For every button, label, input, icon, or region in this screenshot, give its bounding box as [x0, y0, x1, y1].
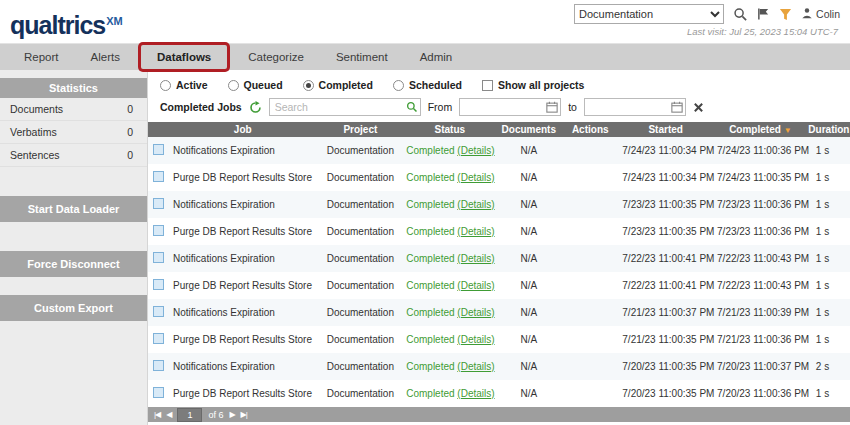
project-name: Documentation — [316, 353, 404, 380]
col-status[interactable]: Status — [404, 122, 495, 137]
checkbox-box[interactable] — [482, 80, 493, 91]
page-count: of 6 — [208, 410, 223, 420]
duration: 1 s — [808, 164, 850, 191]
row-checkbox[interactable] — [153, 198, 164, 209]
filter-funnel-icon[interactable] — [779, 8, 792, 21]
details-link[interactable]: (Details) — [457, 253, 494, 264]
row-checkbox[interactable] — [153, 387, 164, 398]
row-checkbox[interactable] — [153, 306, 164, 317]
radio-label: Completed — [319, 79, 373, 91]
radio-queued[interactable]: Queued — [228, 79, 283, 91]
jobs-search-input[interactable] — [269, 98, 421, 116]
sort-desc-icon: ▼ — [784, 126, 792, 135]
row-checkbox[interactable] — [153, 360, 164, 371]
project-name: Documentation — [316, 218, 404, 245]
col-actions[interactable]: Actions — [562, 122, 618, 137]
main-panel: ActiveQueuedCompletedScheduled Show all … — [148, 70, 850, 425]
details-link[interactable]: (Details) — [457, 199, 494, 210]
last-page-button[interactable]: ▶| — [241, 411, 247, 419]
col-completed[interactable]: Completed▼ — [713, 122, 808, 137]
calendar-icon[interactable] — [546, 101, 558, 113]
actions-cell — [562, 137, 618, 164]
job-name: Notifications Expiration — [169, 299, 316, 326]
radio-scheduled[interactable]: Scheduled — [393, 79, 462, 91]
jobs-table-body: Notifications Expiration Documentation C… — [148, 137, 850, 407]
duration: 1 s — [808, 299, 850, 326]
documents-count: N/A — [495, 137, 562, 164]
duration: 1 s — [808, 218, 850, 245]
actions-cell — [562, 218, 618, 245]
col-completed-label: Completed — [729, 124, 781, 135]
col-documents[interactable]: Documents — [495, 122, 562, 137]
radio-circle[interactable] — [160, 80, 171, 91]
statistics-header: Statistics — [0, 78, 147, 98]
clear-dates-icon[interactable] — [693, 102, 704, 113]
job-name: Purge DB Report Results Store — [169, 218, 316, 245]
tab-report[interactable]: Report — [8, 44, 75, 70]
row-checkbox[interactable] — [153, 333, 164, 344]
start-data-loader-button[interactable]: Start Data Loader — [0, 196, 147, 222]
radio-circle[interactable] — [393, 80, 404, 91]
first-page-button[interactable]: |◀ — [154, 411, 160, 419]
col-duration[interactable]: Duration — [808, 122, 850, 137]
radio-active[interactable]: Active — [160, 79, 208, 91]
status-cell: Completed (Details) — [404, 245, 495, 272]
actions-cell — [562, 380, 618, 407]
radio-circle[interactable] — [228, 80, 239, 91]
next-page-button[interactable]: ▶ — [229, 411, 234, 419]
project-name: Documentation — [316, 191, 404, 218]
search-icon[interactable] — [733, 7, 748, 22]
duration: 1 s — [808, 326, 850, 353]
col-project[interactable]: Project — [316, 122, 404, 137]
details-link[interactable]: (Details) — [457, 361, 494, 372]
tab-sentiment[interactable]: Sentiment — [320, 44, 404, 70]
project-name: Documentation — [316, 245, 404, 272]
calendar-icon[interactable] — [671, 101, 683, 113]
radio-completed[interactable]: Completed — [303, 79, 373, 91]
stat-value: 0 — [127, 149, 133, 161]
content-area: Statistics Documents 0 Verbatims 0 Sente… — [0, 70, 850, 425]
row-checkbox[interactable] — [153, 144, 164, 155]
status-badge: Completed — [406, 388, 454, 399]
user-menu[interactable]: Colin — [801, 7, 840, 21]
details-link[interactable]: (Details) — [457, 334, 494, 345]
duration: 1 s — [808, 272, 850, 299]
project-name: Documentation — [316, 326, 404, 353]
col-job[interactable]: Job — [169, 122, 316, 137]
header-right: Documentation Colin Last visit: Jul 25, … — [574, 4, 840, 37]
details-link[interactable]: (Details) — [457, 307, 494, 318]
tab-admin[interactable]: Admin — [404, 44, 469, 70]
table-row: Notifications Expiration Documentation C… — [148, 353, 850, 380]
documents-count: N/A — [495, 191, 562, 218]
prev-page-button[interactable]: ◀ — [166, 411, 171, 419]
details-link[interactable]: (Details) — [457, 226, 494, 237]
row-checkbox[interactable] — [153, 252, 164, 263]
job-name: Purge DB Report Results Store — [169, 380, 316, 407]
details-link[interactable]: (Details) — [457, 172, 494, 183]
details-link[interactable]: (Details) — [457, 280, 494, 291]
tab-alerts[interactable]: Alerts — [75, 44, 136, 70]
completed-time: 7/20/23 11:00:37 PM — [713, 353, 808, 380]
row-checkbox[interactable] — [153, 171, 164, 182]
details-link[interactable]: (Details) — [457, 145, 494, 156]
started-time: 7/23/23 11:00:35 PM — [618, 218, 713, 245]
job-name: Notifications Expiration — [169, 191, 316, 218]
radio-circle[interactable] — [303, 80, 314, 91]
tab-dataflows[interactable]: Dataflows — [141, 45, 227, 69]
tab-categorize[interactable]: Categorize — [232, 44, 320, 70]
row-checkbox[interactable] — [153, 279, 164, 290]
status-cell: Completed (Details) — [404, 218, 495, 245]
row-checkbox[interactable] — [153, 225, 164, 236]
show-all-projects-checkbox[interactable]: Show all projects — [482, 79, 584, 91]
documents-count: N/A — [495, 245, 562, 272]
col-started[interactable]: Started — [618, 122, 713, 137]
details-link[interactable]: (Details) — [457, 388, 494, 399]
status-badge: Completed — [406, 307, 454, 318]
search-submit-icon[interactable] — [406, 101, 418, 113]
force-disconnect-button[interactable]: Force Disconnect — [0, 251, 147, 277]
project-select[interactable]: Documentation — [574, 4, 724, 24]
refresh-icon[interactable] — [249, 101, 262, 114]
stat-value: 0 — [127, 103, 133, 115]
flag-icon[interactable] — [757, 7, 770, 21]
custom-export-button[interactable]: Custom Export — [0, 295, 147, 321]
